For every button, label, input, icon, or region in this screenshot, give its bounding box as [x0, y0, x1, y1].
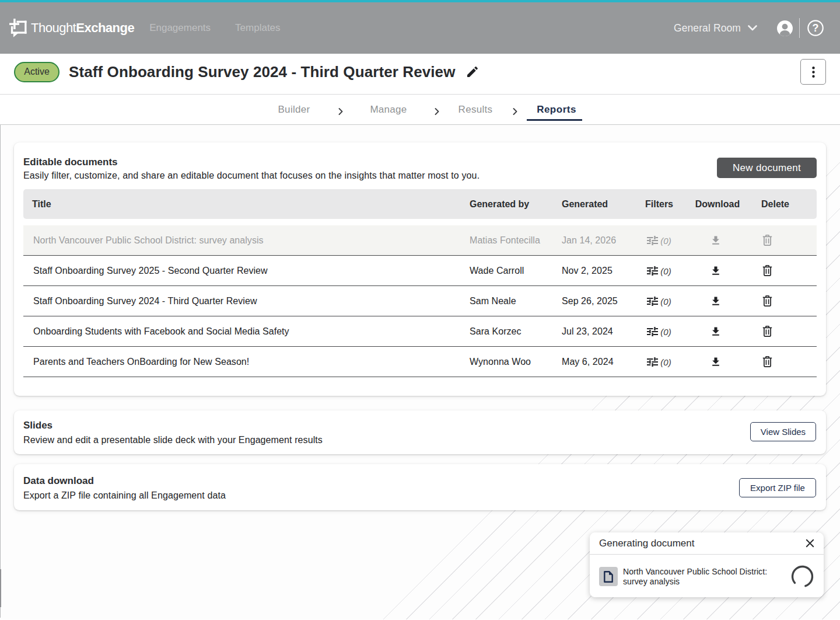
svg-text:?: ? — [813, 22, 819, 34]
